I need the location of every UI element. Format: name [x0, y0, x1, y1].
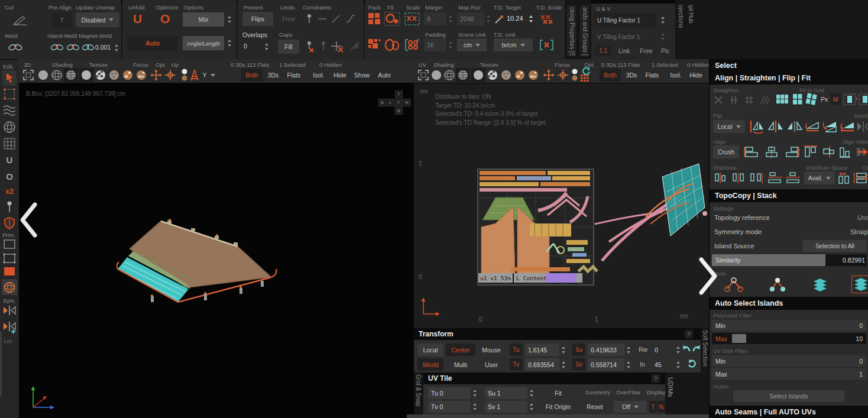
pagoda-model[interactable] — [116, 218, 288, 307]
align-islands-arrow-icon[interactable] — [856, 145, 868, 158]
viewcube-left[interactable]: L — [387, 99, 394, 106]
viewcube-back[interactable]: B — [378, 99, 386, 106]
align-center-v-icon[interactable] — [763, 145, 780, 158]
symmetry-icon[interactable] — [2, 304, 17, 317]
edge-constraint-icon[interactable] — [317, 17, 328, 21]
pack-plus-icon[interactable] — [367, 38, 381, 52]
equalize-button[interactable]: E — [864, 174, 868, 181]
brush-flag-icon[interactable] — [2, 103, 17, 117]
uv-tile-help-button[interactable]: ? — [652, 374, 660, 383]
tab-projections[interactable]: ojections — [678, 5, 684, 56]
stack-layers-icon[interactable] — [811, 277, 829, 293]
focus-all-icon[interactable] — [557, 69, 569, 81]
polycount-max-row[interactable]: Max 10 — [712, 333, 866, 344]
filter-flats-button[interactable]: Flats — [283, 69, 305, 82]
pack-ellipse-icon[interactable] — [384, 38, 400, 52]
filter-both-button[interactable]: Both — [600, 69, 621, 82]
pivot-center-button[interactable]: Center — [446, 344, 475, 356]
pin-constraint-icon[interactable] — [304, 13, 315, 25]
u-tiling-spinner[interactable] — [660, 14, 666, 27]
margin-input[interactable]: 8 — [424, 12, 446, 25]
sidebar-scrollbar[interactable] — [0, 332, 2, 397]
magnet-weld-spinner[interactable] — [114, 41, 119, 54]
grid-align3-icon[interactable] — [805, 93, 818, 106]
crush-button[interactable]: Crush — [713, 145, 739, 158]
pivot-local-button[interactable]: Local — [417, 344, 443, 356]
viewport-3d-canvas[interactable]: B.Box: [3207.83 355.149 967.739] cm T B … — [19, 83, 414, 418]
sv-input[interactable]: 0.558714 — [588, 358, 624, 371]
space-h-icon[interactable] — [837, 171, 851, 184]
pivot-mouse-button[interactable]: Mouse — [478, 344, 505, 356]
su-chip[interactable]: Su — [572, 344, 585, 356]
padding-spinner[interactable] — [448, 38, 454, 51]
pin-delete-icon[interactable] — [304, 40, 316, 53]
tu-input[interactable]: 1.6145 — [525, 344, 559, 356]
up-axis-dropdown[interactable]: Y — [200, 69, 218, 82]
hide-button[interactable]: Hide — [686, 69, 706, 82]
rect2-primitive-icon[interactable] — [3, 252, 16, 264]
fit-grid2-icon[interactable] — [859, 93, 868, 105]
maprez-input[interactable]: 2048 — [457, 12, 484, 25]
magnet-weld-icon[interactable] — [81, 41, 95, 53]
focus-selection-icon[interactable] — [543, 69, 555, 81]
filter-flats-button[interactable]: Flats — [641, 69, 663, 82]
shading-wire-icon[interactable] — [444, 70, 455, 80]
topocopy-section-header[interactable]: TopoCopy | Stack — [710, 189, 868, 202]
redo-icon[interactable] — [692, 344, 701, 353]
texture-image2-icon[interactable] — [528, 70, 539, 80]
shading-wire-icon[interactable] — [51, 70, 62, 80]
panel-collapse-left-chevron[interactable] — [19, 202, 39, 238]
tile-fit-button[interactable]: Fit — [542, 387, 575, 399]
texture-image2-icon[interactable] — [136, 70, 147, 80]
transform-header[interactable]: Transform — [414, 328, 701, 340]
pic-button[interactable]: Pic — [661, 47, 670, 54]
maprez-spinner[interactable] — [485, 12, 491, 25]
pack-scale-icon[interactable] — [404, 12, 420, 26]
viewcube-right[interactable]: R — [403, 99, 411, 106]
straighten-x-icon[interactable] — [713, 95, 724, 105]
texture-checker-icon[interactable] — [95, 70, 106, 80]
rect-primitive-icon[interactable] — [3, 238, 16, 250]
tdscale-icon[interactable] — [539, 12, 556, 26]
symmetry-add-icon[interactable] — [2, 320, 17, 335]
angle-spinner[interactable] — [226, 37, 232, 50]
overlaps-value[interactable]: 0 — [244, 43, 247, 50]
texture-image-icon[interactable] — [122, 70, 133, 80]
unfold-mode-dropdown[interactable]: Mix — [183, 12, 224, 27]
tile-tv-spinner[interactable] — [472, 401, 478, 413]
autoseams-section-header[interactable]: Auto Seams | Full AUTO UVs — [710, 406, 868, 418]
tu-chip[interactable]: Tu — [510, 344, 523, 356]
tv-chip[interactable]: Tv — [510, 358, 523, 371]
tu-spinner[interactable] — [561, 344, 566, 356]
uvsize-max-row[interactable]: Max1 — [712, 368, 866, 380]
shading-shaded-wire-icon[interactable] — [64, 68, 78, 82]
opt-spheres-icon[interactable] — [181, 68, 188, 82]
viewcube-bottom[interactable]: B — [395, 107, 403, 115]
tile-tu-field[interactable]: Tu 0 — [428, 387, 471, 399]
align-right-icon[interactable] — [783, 145, 801, 158]
tab-udims[interactable]: UDIMs — [667, 377, 674, 415]
pack-fit-icon[interactable] — [384, 12, 400, 26]
dist-h2-icon[interactable] — [732, 171, 746, 184]
tv-spinner[interactable] — [561, 358, 566, 371]
transform-help-button[interactable]: ? — [685, 330, 693, 338]
tdunit-dropdown[interactable]: tx/cm — [494, 38, 533, 51]
su-spinner[interactable] — [626, 344, 631, 356]
tab-packing-properties[interactable]: cking Properties [S — [566, 4, 577, 57]
free-button[interactable]: Free — [278, 12, 299, 26]
unfold-icon[interactable]: U — [133, 12, 142, 26]
grid-align-icon[interactable] — [776, 93, 789, 105]
prealign-t-button[interactable]: T — [52, 12, 72, 27]
straighten-slash-icon[interactable] — [759, 95, 770, 105]
focus-selection-icon[interactable] — [150, 69, 162, 81]
tile-sv-spinner[interactable] — [529, 401, 535, 413]
shading-shaded-wire-icon[interactable] — [456, 68, 470, 82]
diagonal-delete-icon[interactable] — [350, 40, 361, 51]
grid-display-icon[interactable] — [581, 74, 589, 82]
isolate-button[interactable]: Isol. — [666, 69, 686, 82]
pin-single-icon[interactable] — [320, 40, 326, 53]
crosshair-delete-icon[interactable] — [330, 40, 345, 53]
texture-none-icon[interactable] — [79, 68, 93, 82]
dist-v2-icon[interactable] — [785, 171, 801, 184]
pin-tool-icon[interactable] — [2, 200, 17, 214]
